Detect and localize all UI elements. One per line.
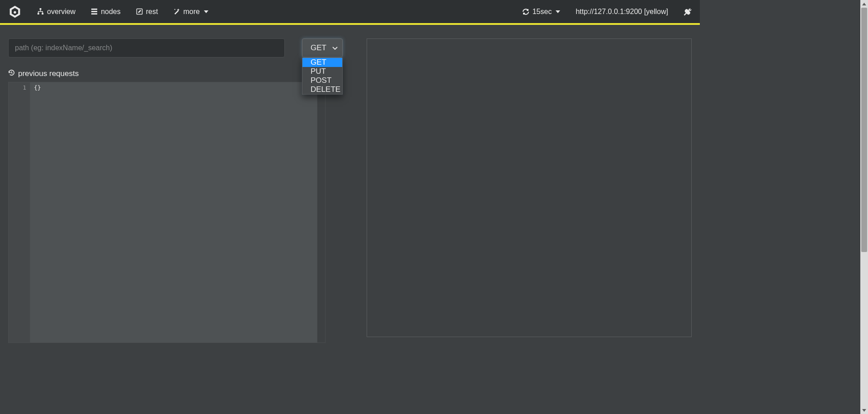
refresh-interval[interactable]: 15sec xyxy=(522,8,561,16)
nav-nodes[interactable]: nodes xyxy=(91,8,121,16)
method-option-label: POST xyxy=(311,76,331,85)
previous-requests-label: previous requests xyxy=(18,69,79,78)
navbar: overview nodes rest more xyxy=(0,0,700,23)
nav-label: rest xyxy=(146,8,158,16)
editor-gutter: 1 xyxy=(9,82,30,343)
nav-label: nodes xyxy=(101,8,121,16)
nav-more[interactable]: more xyxy=(173,8,208,16)
bars-icon xyxy=(91,8,98,15)
request-column: GET GET PUT POST DELETE previous request… xyxy=(8,38,359,343)
response-panel xyxy=(367,38,692,337)
navbar-left: overview nodes rest more xyxy=(8,5,208,19)
caret-down-icon xyxy=(204,10,208,13)
method-option-delete[interactable]: DELETE xyxy=(302,85,342,94)
svg-rect-1 xyxy=(40,8,42,10)
method-select-wrapper: GET GET PUT POST DELETE xyxy=(302,38,343,57)
navbar-right: 15sec http://127.0.0.1:9200 [yellow] xyxy=(522,8,692,16)
plug-icon xyxy=(684,8,692,16)
app-logo[interactable] xyxy=(8,5,22,19)
method-dropdown: GET PUT POST DELETE xyxy=(302,57,343,95)
method-option-get[interactable]: GET xyxy=(302,58,342,67)
request-input-row: GET GET PUT POST DELETE xyxy=(8,38,359,57)
svg-rect-2 xyxy=(38,13,39,14)
caret-down-icon xyxy=(556,10,560,13)
editor-scrollbar[interactable] xyxy=(317,82,325,343)
nav-label: overview xyxy=(47,8,75,16)
line-number: 1 xyxy=(9,84,26,91)
svg-rect-5 xyxy=(91,11,97,12)
svg-point-8 xyxy=(175,9,175,10)
method-option-put[interactable]: PUT xyxy=(302,67,342,76)
refresh-icon xyxy=(522,8,529,15)
method-selected-label: GET xyxy=(311,43,326,52)
svg-rect-4 xyxy=(91,9,97,10)
disconnect-button[interactable] xyxy=(684,8,692,16)
magic-icon xyxy=(173,8,180,15)
response-column xyxy=(367,38,692,343)
history-icon xyxy=(8,69,15,78)
svg-point-0 xyxy=(14,11,16,13)
method-option-label: PUT xyxy=(311,67,326,76)
nav-overview[interactable]: overview xyxy=(37,8,75,16)
host-info: http://127.0.0.1:9200 [yellow] xyxy=(576,8,668,16)
nav-rest[interactable]: rest xyxy=(136,8,158,16)
rest-panel: GET GET PUT POST DELETE previous request… xyxy=(0,25,700,343)
edit-icon xyxy=(136,8,143,15)
svg-rect-6 xyxy=(91,13,97,14)
svg-rect-3 xyxy=(42,13,43,14)
method-option-post[interactable]: POST xyxy=(302,76,342,85)
editor-content[interactable]: {} xyxy=(30,82,325,343)
method-select[interactable]: GET xyxy=(302,38,343,57)
sitemap-icon xyxy=(37,8,44,15)
request-body-editor[interactable]: 1 {} xyxy=(8,82,326,343)
method-option-label: GET xyxy=(311,58,326,67)
path-input[interactable] xyxy=(8,38,285,57)
refresh-interval-label: 15sec xyxy=(533,8,552,16)
nav-label: more xyxy=(183,8,199,16)
chevron-down-icon xyxy=(332,43,338,52)
method-option-label: DELETE xyxy=(311,85,340,94)
